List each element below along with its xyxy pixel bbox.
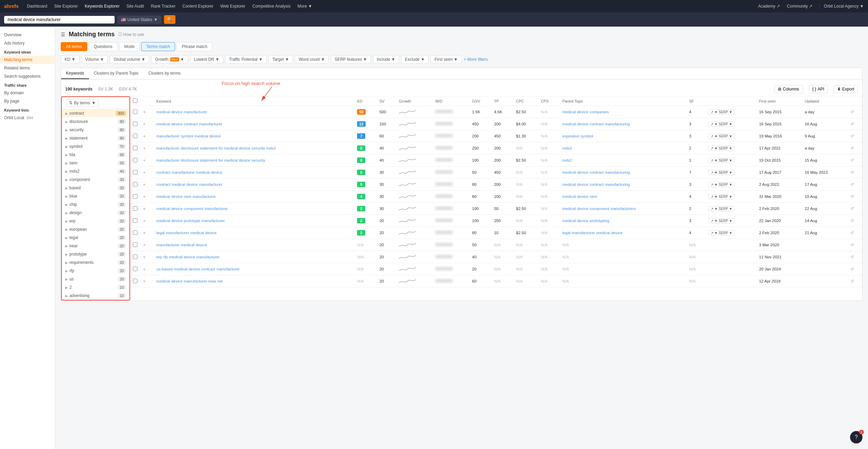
- refresh-icon[interactable]: ↺: [850, 146, 854, 150]
- term-item[interactable]: ▶ us 20: [62, 275, 129, 283]
- filter-global-volume[interactable]: Global volume ▼: [110, 55, 149, 64]
- tab-mode[interactable]: Mode: [119, 42, 140, 51]
- keyword-link[interactable]: medical device manufacturer near me: [156, 279, 223, 283]
- refresh-icon[interactable]: ↺: [850, 207, 854, 211]
- term-item[interactable]: ▶ disclosure 80: [62, 117, 129, 126]
- nav-dashboard[interactable]: Dashboard: [24, 2, 50, 10]
- serp-badge[interactable]: ↗ ▼ SERP ▼: [708, 109, 734, 115]
- serp-badge[interactable]: ↗ ▼ SERP ▼: [708, 158, 734, 163]
- term-item[interactable]: ▶ requirements 20: [62, 258, 129, 267]
- sidebar-item-matching-terms[interactable]: Matching terms: [0, 56, 55, 64]
- sidebar-item-ads-history[interactable]: Ads history: [0, 39, 55, 47]
- nav-keywords-explorer[interactable]: Keywords Explorer: [82, 2, 122, 10]
- parent-topic-link[interactable]: medical device contract manufacturing: [562, 122, 630, 126]
- serp-badge[interactable]: ↗ ▼ SERP ▼: [708, 146, 734, 151]
- tab-phrase-match[interactable]: Phrase match: [176, 42, 212, 51]
- sidebar-item-by-page[interactable]: By page: [0, 97, 55, 105]
- nav-academy[interactable]: Academy ↗: [755, 2, 783, 10]
- keyword-link[interactable]: medical device component manufacturer: [156, 207, 228, 211]
- serp-badge[interactable]: ↗ ▼ SERP ▼: [708, 218, 734, 223]
- by-terms-button[interactable]: ⇅ By terms ▼: [66, 99, 99, 107]
- row-checkbox[interactable]: [133, 122, 137, 126]
- sidebar-item-by-domain[interactable]: By domain: [0, 89, 55, 97]
- refresh-icon[interactable]: ↺: [850, 158, 854, 162]
- more-filters-btn[interactable]: + More filters: [464, 57, 488, 62]
- term-item[interactable]: ▶ european 20: [62, 225, 129, 233]
- keyword-link[interactable]: manufacturer symbol medical device: [156, 134, 221, 138]
- refresh-icon[interactable]: ↺: [850, 219, 854, 223]
- serp-badge[interactable]: ↗ ▼ SERP ▼: [708, 230, 734, 236]
- sub-tab-clusters-parent[interactable]: Clusters by Parent Topic: [89, 68, 144, 79]
- add-keyword-btn[interactable]: +: [143, 121, 146, 127]
- filter-growth[interactable]: Growth New ▼: [151, 55, 188, 64]
- add-keyword-btn[interactable]: +: [143, 254, 146, 260]
- refresh-icon[interactable]: ↺: [850, 255, 854, 259]
- sidebar-item-search-suggestions[interactable]: Search suggestions: [0, 72, 55, 80]
- filter-volume[interactable]: Volume ▼: [81, 55, 108, 64]
- term-item[interactable]: ▶ based 20: [62, 184, 129, 192]
- menu-icon[interactable]: ☰: [61, 32, 65, 37]
- term-item[interactable]: ▶ mds2 40: [62, 167, 129, 175]
- filter-kd[interactable]: KD ▼: [61, 55, 79, 64]
- term-item[interactable]: ▶ legal 20: [62, 233, 129, 242]
- refresh-icon[interactable]: ↺: [850, 231, 854, 235]
- nav-site-explorer[interactable]: Site Explorer: [51, 2, 81, 10]
- term-item[interactable]: ▶ rfp 20: [62, 267, 129, 275]
- serp-badge[interactable]: ↗ ▼ SERP ▼: [708, 134, 734, 139]
- keyword-link[interactable]: contract manufacturer medical device: [156, 170, 222, 174]
- tab-terms-match[interactable]: Terms match: [141, 42, 175, 51]
- add-keyword-btn[interactable]: +: [143, 230, 146, 236]
- term-item[interactable]: ▶ statement 80: [62, 134, 129, 142]
- row-checkbox[interactable]: [133, 242, 137, 247]
- term-item[interactable]: ▶ near 20: [62, 242, 129, 250]
- term-item[interactable]: ▶ design 20: [62, 209, 129, 217]
- add-keyword-btn[interactable]: +: [143, 206, 146, 211]
- nav-web-explorer[interactable]: Web Explorer: [218, 2, 248, 10]
- nav-competitive-analysis[interactable]: Competitive Analysis: [250, 2, 293, 10]
- refresh-icon[interactable]: ↺: [850, 243, 854, 247]
- nav-community[interactable]: Community ↗: [784, 2, 815, 10]
- term-item[interactable]: ▶ symbol 70: [62, 142, 129, 151]
- parent-topic-link[interactable]: medical device component manufacturers: [562, 207, 636, 211]
- nav-content-explorer[interactable]: Content Explorer: [180, 2, 216, 10]
- keyword-link[interactable]: legal manufacturer medical device: [156, 231, 217, 235]
- add-keyword-btn[interactable]: +: [143, 157, 146, 163]
- agency-selector[interactable]: Orbit Local Agency ▼: [824, 4, 864, 9]
- row-checkbox[interactable]: [133, 134, 137, 138]
- add-keyword-btn[interactable]: +: [143, 182, 146, 187]
- search-go-button[interactable]: 🔍: [164, 15, 175, 24]
- term-item[interactable]: ▶ security 80: [62, 126, 129, 134]
- row-checkbox[interactable]: [133, 182, 137, 187]
- row-checkbox[interactable]: [133, 255, 137, 259]
- api-button[interactable]: { } API: [809, 85, 828, 93]
- serp-badge[interactable]: ↗ ▼ SERP ▼: [708, 122, 734, 127]
- row-checkbox[interactable]: [133, 230, 137, 235]
- search-input[interactable]: [8, 17, 94, 22]
- add-keyword-btn[interactable]: +: [143, 278, 146, 284]
- parent-topic-link[interactable]: medical device contract manufacturing: [562, 170, 630, 174]
- parent-topic-link[interactable]: medical device oem: [562, 194, 597, 199]
- term-item[interactable]: ▶ advertising 10: [62, 292, 129, 300]
- filter-word-count[interactable]: Word count ▼: [295, 55, 329, 64]
- tab-all-terms[interactable]: All terms: [61, 42, 87, 51]
- keyword-link[interactable]: manufacturer disclosure statement for me…: [156, 146, 276, 150]
- columns-button[interactable]: ⊞ Columns: [774, 85, 803, 93]
- filter-traffic-potential[interactable]: Traffic Potential ▼: [225, 55, 267, 64]
- nav-more[interactable]: More ▼: [295, 2, 315, 10]
- serp-badge[interactable]: ↗ ▼ SERP ▼: [708, 194, 734, 199]
- refresh-icon[interactable]: ↺: [850, 267, 854, 271]
- country-selector[interactable]: 🇺🇸 United States ▼: [117, 16, 161, 24]
- term-item[interactable]: ▶ 2 10: [62, 283, 129, 292]
- row-checkbox[interactable]: [133, 267, 137, 271]
- refresh-icon[interactable]: ↺: [850, 194, 854, 199]
- select-all-checkbox[interactable]: [133, 98, 137, 103]
- refresh-icon[interactable]: ↺: [850, 170, 854, 174]
- filter-target[interactable]: Target ▼: [269, 55, 293, 64]
- serp-badge[interactable]: ↗ ▼ SERP ▼: [708, 182, 734, 187]
- term-item[interactable]: ▶ oem 50: [62, 159, 129, 167]
- row-checkbox[interactable]: [133, 218, 137, 223]
- term-item[interactable]: ▶ fda 60: [62, 151, 129, 159]
- keyword-link[interactable]: medical device oem manufacturer: [156, 194, 216, 199]
- serp-badge[interactable]: ↗ ▼ SERP ▼: [708, 170, 734, 175]
- parent-topic-link[interactable]: mds2: [562, 158, 572, 162]
